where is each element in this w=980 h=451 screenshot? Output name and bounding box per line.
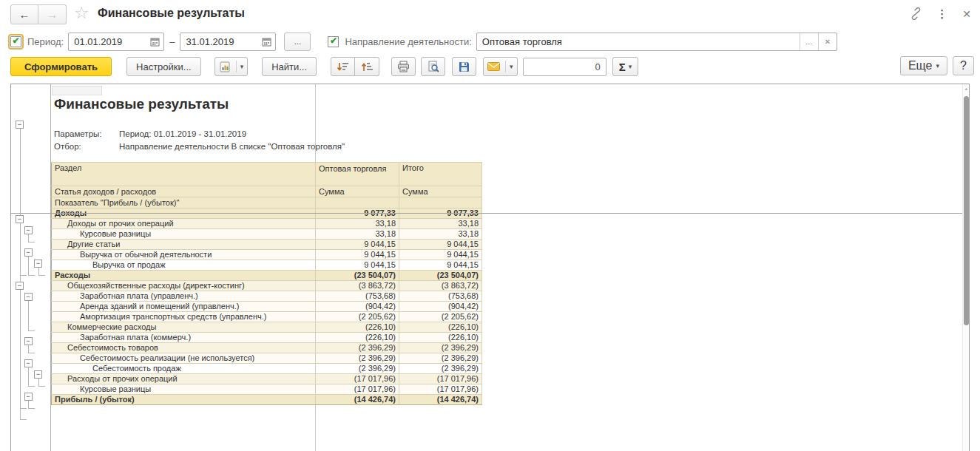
row-value-cell[interactable]: (2 396,29) bbox=[316, 343, 399, 353]
row-label-cell[interactable]: Курсовые разницы bbox=[52, 229, 316, 240]
expand-groups-button[interactable] bbox=[355, 57, 379, 76]
row-label-cell[interactable]: Себестоимость продаж bbox=[52, 364, 316, 374]
header-cell[interactable]: Статья доходов / расходов bbox=[52, 186, 316, 197]
row-value-cell[interactable]: (904,42) bbox=[399, 302, 482, 312]
row-value-cell[interactable]: (226,10) bbox=[316, 333, 399, 343]
favorite-star-icon[interactable]: ☆ bbox=[74, 3, 89, 23]
vertical-scrollbar[interactable]: ▲ bbox=[962, 84, 969, 451]
collapse-groups-button[interactable] bbox=[331, 57, 355, 76]
row-value-cell[interactable]: (17 017,96) bbox=[399, 384, 482, 395]
row-label-cell[interactable]: Выручка от продаж bbox=[52, 260, 316, 271]
header-cell[interactable]: Сумма bbox=[316, 186, 399, 197]
direction-choose-button[interactable]: ... bbox=[800, 33, 818, 50]
header-cell[interactable] bbox=[399, 197, 482, 208]
row-label-cell[interactable]: Заработная плата (управленч.) bbox=[52, 291, 316, 302]
row-value-cell[interactable]: 33,18 bbox=[399, 229, 482, 240]
row-label-cell[interactable]: Амортизация транспортных средств (управл… bbox=[52, 312, 316, 322]
row-value-cell[interactable]: 9 044,15 bbox=[399, 260, 482, 271]
row-label-cell[interactable]: Прибыль / (убыток) bbox=[52, 395, 316, 405]
forward-button[interactable]: → bbox=[38, 4, 67, 24]
collapse-group-button[interactable]: − bbox=[24, 248, 33, 257]
row-value-cell[interactable]: (3 863,72) bbox=[316, 281, 399, 291]
row-value-cell[interactable]: (2 205,62) bbox=[399, 312, 482, 322]
row-value-cell[interactable]: (904,42) bbox=[316, 302, 399, 312]
collapse-group-button[interactable]: − bbox=[16, 121, 24, 129]
send-mail-button[interactable]: ▾ bbox=[483, 57, 518, 76]
back-button[interactable]: ← bbox=[10, 4, 38, 24]
sum-button[interactable]: Σ ▾ bbox=[612, 57, 639, 76]
header-cell[interactable]: Показатель "Прибыль / (убыток)" bbox=[52, 197, 316, 208]
period-more-button[interactable]: ... bbox=[284, 33, 311, 51]
row-value-cell[interactable]: (17 017,96) bbox=[316, 384, 399, 395]
header-cell[interactable]: Сумма bbox=[399, 186, 482, 197]
row-value-cell[interactable]: (2 396,29) bbox=[316, 353, 399, 364]
row-value-cell[interactable]: (17 017,96) bbox=[316, 374, 399, 384]
collapse-group-button[interactable]: − bbox=[34, 370, 42, 379]
collapse-group-button[interactable]: − bbox=[24, 293, 33, 301]
row-value-cell[interactable]: (17 017,96) bbox=[399, 374, 482, 384]
header-cell[interactable]: Раздел bbox=[52, 163, 316, 186]
row-label-cell[interactable]: Доходы от прочих операций bbox=[52, 219, 316, 229]
print-button[interactable] bbox=[391, 57, 416, 76]
find-button[interactable]: Найти... bbox=[262, 57, 317, 76]
row-value-cell[interactable]: 9 044,15 bbox=[316, 260, 399, 271]
collapse-group-button[interactable]: − bbox=[16, 282, 24, 290]
collapse-group-button[interactable]: − bbox=[24, 226, 33, 234]
row-value-cell[interactable]: (23 504,07) bbox=[316, 271, 399, 281]
header-cell[interactable]: Оптовая торговля bbox=[316, 163, 399, 186]
row-value-cell[interactable]: 9 044,15 bbox=[316, 250, 399, 260]
row-label-cell[interactable]: Курсовые разницы bbox=[52, 384, 316, 395]
row-label-cell[interactable]: Общехозяйственные расходы (директ-костин… bbox=[52, 281, 316, 291]
calendar-icon[interactable] bbox=[146, 33, 163, 50]
more-menu-icon[interactable]: ⋮ bbox=[936, 8, 948, 20]
row-value-cell[interactable]: (2 205,62) bbox=[316, 312, 399, 322]
row-label-cell[interactable]: Расходы bbox=[52, 271, 316, 281]
row-value-cell[interactable]: 9 044,15 bbox=[399, 250, 482, 260]
header-cell[interactable] bbox=[316, 197, 399, 208]
direction-field[interactable]: Оптовая торговля ... ✕ bbox=[476, 33, 837, 51]
row-value-cell[interactable]: (14 426,74) bbox=[316, 395, 399, 405]
row-value-cell[interactable]: 9 044,15 bbox=[399, 240, 482, 250]
row-value-cell[interactable]: (753,68) bbox=[316, 291, 399, 302]
row-value-cell[interactable]: (14 426,74) bbox=[399, 395, 482, 405]
more-actions-button[interactable]: Еще ▾ bbox=[900, 56, 947, 75]
row-label-cell[interactable]: Другие статьи bbox=[52, 240, 316, 250]
calendar-icon[interactable] bbox=[258, 33, 275, 50]
row-value-cell[interactable]: 9 044,15 bbox=[316, 240, 399, 250]
settings-button[interactable]: Настройки... bbox=[126, 57, 201, 76]
date-from-field[interactable]: 01.01.2019 bbox=[68, 33, 164, 51]
row-label-cell[interactable]: Себестоимость реализации (не используетс… bbox=[52, 353, 316, 364]
header-cell[interactable]: Итого bbox=[399, 163, 482, 186]
direction-clear-button[interactable]: ✕ bbox=[818, 33, 837, 50]
row-value-cell[interactable]: (226,10) bbox=[316, 322, 399, 333]
row-value-cell[interactable]: (2 396,29) bbox=[399, 364, 482, 374]
row-value-cell[interactable]: (23 504,07) bbox=[399, 271, 482, 281]
row-value-cell[interactable]: (2 396,29) bbox=[316, 364, 399, 374]
help-button[interactable]: ? bbox=[953, 56, 974, 75]
close-icon[interactable]: ✕ bbox=[962, 8, 971, 20]
row-value-cell[interactable]: (226,10) bbox=[399, 322, 482, 333]
row-value-cell[interactable]: (2 396,29) bbox=[399, 353, 482, 364]
row-value-cell[interactable]: 33,18 bbox=[399, 219, 482, 229]
row-value-cell[interactable]: (3 863,72) bbox=[399, 281, 482, 291]
scroll-up-icon[interactable]: ▲ bbox=[963, 87, 970, 91]
row-label-cell[interactable]: Аренда зданий и помещений (управленч.) bbox=[52, 302, 316, 312]
collapse-group-button[interactable]: − bbox=[24, 337, 33, 345]
save-button[interactable] bbox=[452, 57, 476, 76]
direction-checkbox[interactable]: ✔ bbox=[328, 36, 339, 47]
row-label-cell[interactable]: Коммерческие расходы bbox=[52, 322, 316, 333]
collapse-group-button[interactable]: − bbox=[24, 359, 33, 367]
row-label-cell[interactable]: Себестоимость товаров bbox=[52, 343, 316, 353]
print-preview-button[interactable] bbox=[421, 57, 445, 76]
date-to-field[interactable]: 31.01.2019 bbox=[180, 33, 276, 51]
row-value-cell[interactable]: 33,18 bbox=[316, 219, 399, 229]
collapse-group-button[interactable]: − bbox=[34, 260, 42, 268]
counter-field[interactable]: 0 bbox=[523, 58, 606, 76]
scrollbar-thumb[interactable] bbox=[964, 96, 969, 325]
link-icon[interactable] bbox=[910, 7, 922, 20]
cell-cursor[interactable] bbox=[52, 86, 102, 95]
generate-button[interactable]: Сформировать bbox=[10, 57, 112, 76]
row-label-cell[interactable]: Выручка от обычной деятельности bbox=[52, 250, 316, 260]
period-checkbox[interactable]: ✔ bbox=[10, 36, 21, 47]
row-label-cell[interactable]: Заработная плата (коммерч.) bbox=[52, 333, 316, 343]
